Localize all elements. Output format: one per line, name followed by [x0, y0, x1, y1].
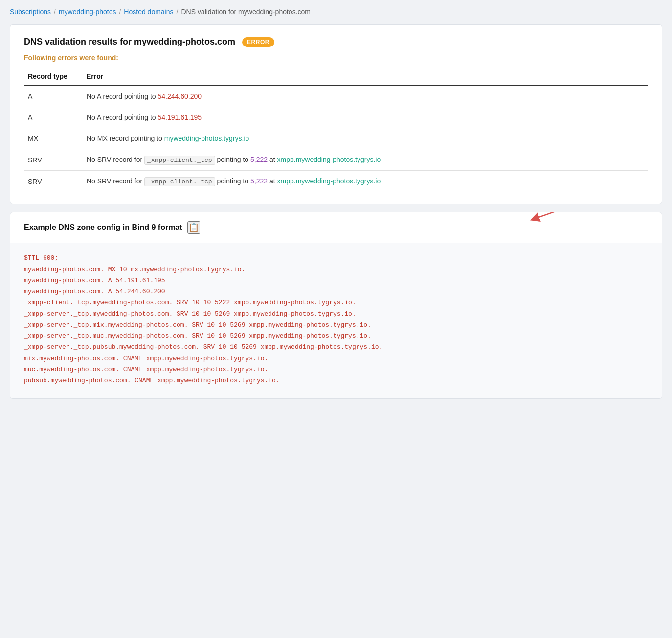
ip-link-1[interactable]: 54.244.60.200 — [158, 92, 202, 100]
srv-code-1: _xmpp-client._tcp — [144, 156, 215, 165]
copy-button[interactable]: 📋 — [187, 221, 200, 234]
srv-code-2: _xmpp-client._tcp — [144, 177, 215, 186]
dns-validation-card: DNS validation results for mywedding-pho… — [10, 24, 662, 204]
error-cell: No SRV record for _xmpp-client._tcp poin… — [83, 171, 648, 192]
card-title: DNS validation results for mywedding-pho… — [24, 37, 235, 47]
table-row: SRV No SRV record for _xmpp-client._tcp … — [24, 171, 648, 192]
breadcrumb-separator-2: / — [119, 8, 121, 16]
breadcrumb-subscriptions[interactable]: Subscriptions — [10, 8, 51, 16]
col-record-type: Record type — [24, 68, 83, 86]
ip-link-2[interactable]: 54.191.61.195 — [158, 114, 202, 121]
table-header-row: Record type Error — [24, 68, 648, 86]
table-row: A No A record pointing to 54.191.61.195 — [24, 107, 648, 128]
errors-table: Record type Error A No A record pointing… — [24, 68, 648, 192]
record-type-cell: A — [24, 86, 83, 107]
card-title-row: DNS validation results for mywedding-pho… — [24, 37, 648, 47]
table-row: A No A record pointing to 54.244.60.200 — [24, 86, 648, 107]
record-type-cell: A — [24, 107, 83, 128]
breadcrumb-separator-3: / — [177, 8, 179, 16]
zone-header: Example DNS zone config in Bind 9 format… — [10, 212, 662, 243]
zone-body: $TTL 600; mywedding-photos.com. MX 10 mx… — [10, 243, 662, 398]
zone-text: $TTL 600; mywedding-photos.com. MX 10 mx… — [24, 253, 648, 387]
breadcrumb-hosted-domains[interactable]: Hosted domains — [124, 8, 173, 16]
breadcrumb-separator-1: / — [54, 8, 56, 16]
record-type-cell: MX — [24, 128, 83, 149]
error-cell: No MX record pointing to mywedding-photo… — [83, 128, 648, 149]
table-row: MX No MX record pointing to mywedding-ph… — [24, 128, 648, 149]
error-cell: No A record pointing to 54.244.60.200 — [83, 86, 648, 107]
svg-line-1 — [535, 212, 586, 219]
table-row: SRV No SRV record for _xmpp-client._tcp … — [24, 149, 648, 171]
error-badge: ERROR — [242, 37, 274, 47]
record-type-cell: SRV — [24, 171, 83, 192]
srv-port-link-2[interactable]: 5,222 — [250, 177, 268, 185]
record-type-cell: SRV — [24, 149, 83, 171]
error-cell: No SRV record for _xmpp-client._tcp poin… — [83, 149, 648, 171]
zone-title: Example DNS zone config in Bind 9 format — [24, 223, 182, 232]
breadcrumb: Subscriptions / mywedding-photos / Hoste… — [10, 8, 662, 16]
srv-port-link-1[interactable]: 5,222 — [250, 156, 268, 163]
srv-host-link-2[interactable]: xmpp.mywedding-photos.tygrys.io — [277, 177, 381, 185]
breadcrumb-mywedding-photos[interactable]: mywedding-photos — [59, 8, 116, 16]
mx-link[interactable]: mywedding-photos.tygrys.io — [164, 135, 249, 142]
errors-label: Following errors were found: — [24, 54, 648, 62]
error-cell: No A record pointing to 54.191.61.195 — [83, 107, 648, 128]
zone-config-card: Example DNS zone config in Bind 9 format… — [10, 212, 662, 399]
click-to-copy-annotation: Click to copy — [491, 212, 657, 231]
srv-host-link-1[interactable]: xmpp.mywedding-photos.tygrys.io — [277, 156, 381, 163]
breadcrumb-current: DNS validation for mywedding-photos.com — [181, 8, 311, 16]
col-error: Error — [83, 68, 648, 86]
